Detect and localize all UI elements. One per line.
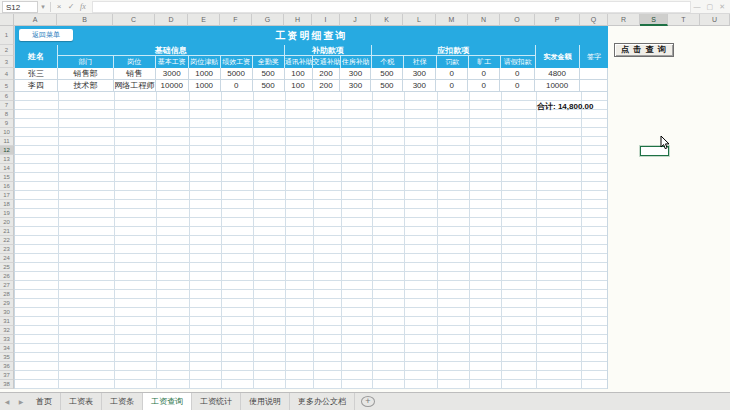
- column-header[interactable]: J: [340, 14, 371, 26]
- table-cell[interactable]: 技术部: [58, 80, 114, 92]
- table-cell[interactable]: 10000: [156, 80, 189, 92]
- column-header[interactable]: O: [500, 14, 535, 26]
- table-cell[interactable]: 李四: [15, 80, 58, 92]
- row-header[interactable]: 10: [0, 128, 14, 137]
- row-header[interactable]: 33: [0, 335, 14, 344]
- column-header[interactable]: L: [403, 14, 436, 26]
- table-cell[interactable]: 200: [313, 68, 341, 80]
- row-header[interactable]: 21: [0, 227, 14, 236]
- column-header[interactable]: S: [640, 14, 668, 26]
- sheet-tab[interactable]: 首页: [28, 393, 61, 410]
- back-to-menu-button[interactable]: 返回菜单: [19, 29, 73, 41]
- row-header[interactable]: 4: [0, 68, 14, 80]
- table-cell[interactable]: 500: [253, 68, 285, 80]
- table-cell[interactable]: 0: [468, 80, 500, 92]
- row-header[interactable]: 5: [0, 80, 14, 92]
- table-cell[interactable]: 张三: [15, 68, 58, 80]
- formula-input[interactable]: [92, 1, 691, 13]
- row-header[interactable]: 14: [0, 164, 14, 173]
- add-sheet-icon[interactable]: +: [361, 396, 375, 407]
- sheet-tab[interactable]: 工资统计: [192, 393, 241, 410]
- table-cell[interactable]: 0: [500, 68, 535, 80]
- table-cell[interactable]: 网络工程师: [114, 80, 156, 92]
- row-header[interactable]: 31: [0, 317, 14, 326]
- column-header[interactable]: U: [700, 14, 730, 26]
- column-header[interactable]: H: [284, 14, 312, 26]
- row-header[interactable]: 34: [0, 344, 14, 353]
- sheet-tab[interactable]: 工资条: [102, 393, 143, 410]
- table-cell[interactable]: 300: [340, 68, 371, 80]
- table-cell[interactable]: 500: [371, 68, 403, 80]
- table-cell[interactable]: 1000: [189, 80, 221, 92]
- table-cell[interactable]: 0: [436, 68, 468, 80]
- row-header[interactable]: 28: [0, 290, 14, 299]
- table-cell[interactable]: 500: [371, 80, 403, 92]
- query-button[interactable]: 点 击 查 询: [614, 43, 674, 57]
- column-header[interactable]: Q: [580, 14, 608, 26]
- row-header[interactable]: 8: [0, 110, 14, 119]
- column-header[interactable]: D: [155, 14, 188, 26]
- tab-scroll-right-icon[interactable]: ▶: [14, 393, 28, 410]
- row-header[interactable]: 38: [0, 380, 14, 389]
- row-header[interactable]: 37: [0, 371, 14, 380]
- row-header[interactable]: 24: [0, 254, 14, 263]
- row-header[interactable]: 30: [0, 308, 14, 317]
- sheet-tab[interactable]: 使用说明: [241, 393, 290, 410]
- table-cell[interactable]: 10000: [535, 80, 580, 92]
- column-header[interactable]: A: [14, 14, 57, 26]
- row-header[interactable]: 2: [0, 45, 14, 56]
- table-cell[interactable]: 300: [403, 68, 436, 80]
- row-header[interactable]: 35: [0, 353, 14, 362]
- enter-icon[interactable]: ✓: [65, 2, 77, 11]
- table-cell[interactable]: 300: [340, 80, 371, 92]
- row-header[interactable]: 18: [0, 200, 14, 209]
- row-header[interactable]: 1: [0, 26, 14, 45]
- table-cell[interactable]: 销售: [114, 68, 156, 80]
- row-header[interactable]: 20: [0, 218, 14, 227]
- column-header[interactable]: M: [436, 14, 468, 26]
- column-header[interactable]: C: [113, 14, 155, 26]
- minimize-icon[interactable]: —: [694, 3, 701, 11]
- table-cell[interactable]: [580, 80, 608, 92]
- name-box-dropdown-icon[interactable]: ▾: [38, 3, 48, 11]
- row-header[interactable]: 23: [0, 245, 14, 254]
- row-header[interactable]: 16: [0, 182, 14, 191]
- table-cell[interactable]: 300: [403, 80, 436, 92]
- row-header[interactable]: 17: [0, 191, 14, 200]
- row-header[interactable]: 27: [0, 281, 14, 290]
- row-header[interactable]: 7: [0, 101, 14, 110]
- tab-scroll-left-icon[interactable]: ◀: [0, 393, 14, 410]
- column-header[interactable]: B: [57, 14, 113, 26]
- table-cell[interactable]: 200: [313, 80, 341, 92]
- row-header[interactable]: 9: [0, 119, 14, 128]
- sheet-tab[interactable]: 工资表: [61, 393, 102, 410]
- row-header[interactable]: 19: [0, 209, 14, 218]
- select-all-corner[interactable]: [0, 14, 14, 26]
- column-header[interactable]: N: [468, 14, 500, 26]
- table-cell[interactable]: 1000: [189, 68, 221, 80]
- table-cell[interactable]: 500: [253, 80, 285, 92]
- row-header[interactable]: 22: [0, 236, 14, 245]
- column-header[interactable]: R: [608, 14, 640, 26]
- column-header[interactable]: G: [252, 14, 284, 26]
- table-cell[interactable]: 0: [468, 68, 500, 80]
- column-header[interactable]: I: [312, 14, 340, 26]
- row-header[interactable]: 13: [0, 155, 14, 164]
- row-header[interactable]: 6: [0, 92, 14, 101]
- column-header[interactable]: E: [188, 14, 220, 26]
- insert-function-icon[interactable]: fx: [77, 2, 89, 11]
- table-cell[interactable]: 100: [285, 80, 313, 92]
- close-icon[interactable]: ✕: [719, 3, 725, 11]
- row-header[interactable]: 29: [0, 299, 14, 308]
- table-cell[interactable]: 0: [436, 80, 468, 92]
- row-header[interactable]: 26: [0, 272, 14, 281]
- row-header[interactable]: 25: [0, 263, 14, 272]
- table-cell[interactable]: 3000: [156, 68, 189, 80]
- column-header[interactable]: F: [220, 14, 252, 26]
- cancel-icon[interactable]: ×: [53, 2, 65, 11]
- sheet-tab[interactable]: 更多办公文档: [290, 393, 355, 410]
- empty-grid-area[interactable]: [14, 92, 608, 389]
- table-cell[interactable]: 0: [221, 80, 253, 92]
- row-header[interactable]: 12: [0, 146, 14, 155]
- table-cell[interactable]: 0: [500, 80, 535, 92]
